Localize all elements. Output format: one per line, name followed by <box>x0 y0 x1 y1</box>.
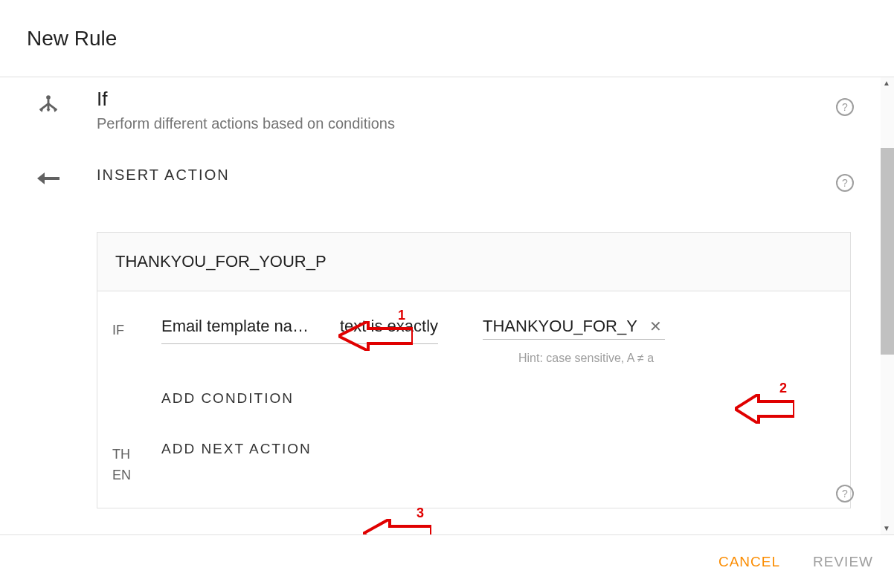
scrollbar[interactable]: ▲ ▼ <box>881 77 894 534</box>
condition-value-wrap: THANKYOU_FOR_Y ✕ <box>483 317 665 340</box>
dialog-header: New Rule <box>0 0 894 77</box>
condition-value-input[interactable]: THANKYOU_FOR_Y <box>483 317 646 336</box>
card-gutter <box>0 189 97 193</box>
arrow-left-icon[interactable] <box>37 171 60 189</box>
close-icon[interactable]: ✕ <box>646 317 665 335</box>
then-label-line2: EN <box>112 468 131 482</box>
then-label-line1: TH <box>112 447 130 462</box>
dialog-footer: CANCEL REVIEW <box>0 534 894 588</box>
dialog-body: If Perform different actions based on co… <box>0 77 894 534</box>
condition-hint: Hint: case sensitive, A ≠ a <box>518 352 835 365</box>
scrollbar-thumb[interactable] <box>881 148 894 355</box>
scroll-up-icon[interactable]: ▲ <box>883 79 892 88</box>
branch-icon <box>36 92 61 120</box>
insert-action-gutter <box>0 167 97 189</box>
condition-field-select[interactable]: Email template na… <box>161 317 318 340</box>
cancel-button[interactable]: CANCEL <box>718 554 780 570</box>
help-icon[interactable]: ? <box>836 174 854 192</box>
insert-action-row: INSERT ACTION <box>0 167 881 189</box>
condition-line: Email template na… text is exactly THANK… <box>161 317 835 344</box>
scroll-area: If Perform different actions based on co… <box>0 77 881 534</box>
if-fields: Email template na… text is exactly THANK… <box>161 317 835 407</box>
insert-action-main: INSERT ACTION <box>97 167 881 184</box>
add-condition-button[interactable]: ADD CONDITION <box>161 390 835 407</box>
rule-card: THANKYOU_FOR_YOUR_P IF Email template na… <box>97 232 851 508</box>
card-row: THANKYOU_FOR_YOUR_P IF Email template na… <box>0 189 881 508</box>
if-block-main: If Perform different actions based on co… <box>97 88 881 132</box>
if-block-icon-gutter <box>0 88 97 120</box>
card-col: THANKYOU_FOR_YOUR_P IF Email template na… <box>97 189 881 508</box>
if-label: IF <box>112 317 161 340</box>
then-label: TH EN <box>112 441 161 485</box>
review-button[interactable]: REVIEW <box>813 554 873 570</box>
svg-point-0 <box>46 95 51 100</box>
help-icon[interactable]: ? <box>836 98 854 116</box>
dialog-title: New Rule <box>27 27 117 51</box>
condition-left-group: Email template na… text is exactly <box>161 317 438 344</box>
card-header[interactable]: THANKYOU_FOR_YOUR_P <box>97 233 850 291</box>
then-fields: ADD NEXT ACTION <box>161 441 835 457</box>
insert-action-label[interactable]: INSERT ACTION <box>97 167 851 184</box>
add-next-action-button[interactable]: ADD NEXT ACTION <box>161 441 835 457</box>
scroll-down-icon[interactable]: ▼ <box>883 524 892 533</box>
if-block-subtitle: Perform different actions based on condi… <box>97 115 851 132</box>
if-block-row: If Perform different actions based on co… <box>0 88 881 132</box>
new-rule-dialog: New Rule <box>0 0 894 588</box>
then-row: TH EN ADD NEXT ACTION <box>112 441 835 485</box>
annotation-3: 3 <box>363 519 431 534</box>
if-condition-row: IF Email template na… text is exactly <box>112 317 835 407</box>
condition-operator-select[interactable]: text is exactly <box>340 317 438 340</box>
if-block-title: If <box>97 88 851 111</box>
help-icon[interactable]: ? <box>836 485 854 503</box>
card-body: IF Email template na… text is exactly <box>97 291 850 508</box>
